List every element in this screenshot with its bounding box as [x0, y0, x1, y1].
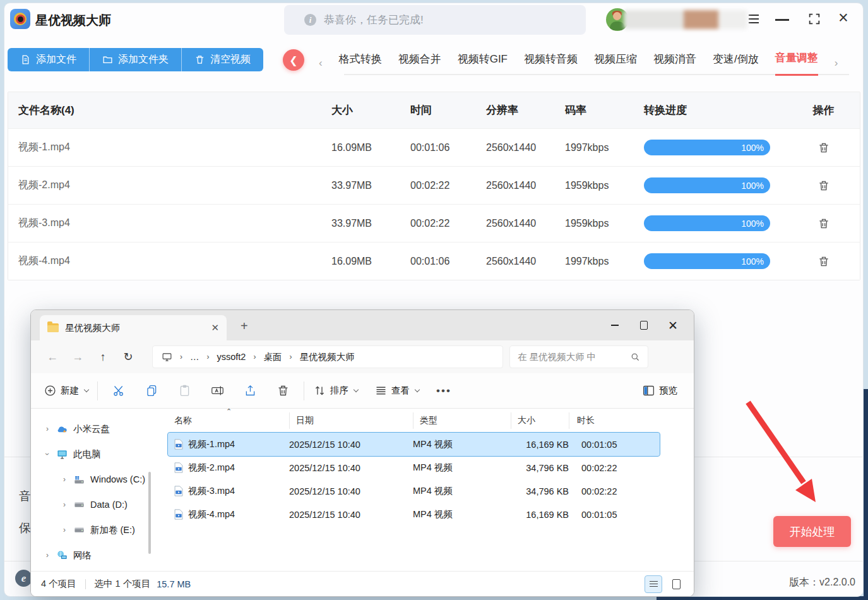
tab-speed-reverse[interactable]: 变速/倒放	[713, 52, 759, 75]
sidebar-item-windows-c[interactable]: › Windows (C:)	[31, 467, 148, 492]
cut-button[interactable]	[107, 384, 131, 397]
copy-button[interactable]	[140, 384, 163, 397]
add-folder-button[interactable]: 添加文件夹	[89, 48, 181, 71]
explorer-maximize-button[interactable]	[629, 310, 658, 340]
this-pc-icon	[162, 352, 172, 363]
explorer-search-box[interactable]: 在 星优视频大师 中	[509, 345, 648, 368]
file-row-selected[interactable]: 视频-1.mp4 2025/12/15 10:40 MP4 视频 16,169 …	[168, 433, 660, 456]
share-button[interactable]	[238, 384, 262, 397]
rename-button[interactable]	[205, 384, 229, 397]
details-view-toggle[interactable]	[645, 575, 662, 593]
tab-video-compress[interactable]: 视频压缩	[594, 52, 637, 75]
preview-button[interactable]: 预览	[642, 384, 677, 397]
delete-row-button[interactable]	[817, 217, 830, 230]
trash-icon	[276, 384, 290, 397]
paste-button[interactable]	[172, 384, 196, 397]
view-button[interactable]: 查看	[374, 384, 419, 397]
expand-chevron-icon[interactable]: ›	[61, 525, 68, 534]
maximize-button[interactable]	[807, 12, 821, 28]
file-row[interactable]: 视频-4.mp4 2025/12/15 10:40 MP4 视频 16,169 …	[168, 503, 660, 526]
notification-text: 恭喜你，任务已完成!	[324, 13, 424, 27]
progress-cell: 100%	[644, 177, 787, 193]
thumbnail-view-icon	[672, 579, 681, 589]
chevron-left-icon[interactable]: ‹	[319, 57, 323, 69]
delete-button[interactable]	[271, 384, 295, 397]
sidebar-item-cloud[interactable]: › 小米云盘	[31, 416, 148, 441]
sidebar-item-this-pc[interactable]: › 此电脑	[31, 441, 148, 467]
search-icon	[631, 352, 640, 362]
tab-scroll-left-button[interactable]: ❮	[283, 49, 304, 71]
start-processing-button[interactable]: 开始处理	[773, 516, 851, 547]
back-icon[interactable]: ←	[40, 351, 65, 364]
tab-volume-adjust[interactable]: 音量调整	[775, 51, 818, 76]
sort-button[interactable]: 排序	[313, 384, 358, 397]
tab-format-convert[interactable]: 格式转换	[339, 52, 382, 75]
breadcrumb-ellipsis[interactable]: …	[190, 352, 199, 362]
expand-chevron-icon[interactable]: ›	[44, 424, 51, 433]
column-date[interactable]: 日期	[289, 412, 413, 429]
close-button[interactable]: ×	[838, 8, 848, 28]
delete-row-button[interactable]	[817, 141, 830, 154]
tab-video-to-audio[interactable]: 视频转音频	[524, 52, 578, 75]
chevron-right-icon: ›	[180, 352, 182, 361]
explorer-close-button[interactable]: ✕	[658, 310, 687, 340]
explorer-tab[interactable]: 星优视频大师 ✕	[40, 315, 227, 340]
selected-size: 15.7 MB	[157, 579, 191, 589]
delete-row-button[interactable]	[817, 255, 830, 268]
up-icon[interactable]: ↑	[90, 351, 116, 364]
file-name: 视频-3.mp4	[8, 217, 331, 230]
clear-videos-button[interactable]: 清空视频	[181, 48, 263, 71]
breadcrumb-folder[interactable]: 星优视频大师	[299, 351, 354, 363]
more-options-button[interactable]: •••	[432, 385, 456, 397]
col-bitrate: 码率	[565, 103, 644, 117]
view-icon	[374, 384, 388, 397]
mp4-file-icon	[174, 509, 183, 520]
sidebar-item-new-volume-e[interactable]: › 新加卷 (E:)	[31, 517, 148, 543]
column-type[interactable]: 类型	[413, 412, 511, 429]
column-size[interactable]: 大小	[511, 412, 569, 429]
menu-icon[interactable]	[749, 15, 759, 26]
explorer-minimize-button[interactable]	[600, 310, 629, 340]
minimize-button[interactable]	[775, 19, 789, 21]
expand-chevron-icon[interactable]: ›	[61, 500, 68, 509]
file-resolution: 2560x1440	[486, 218, 565, 229]
this-pc-icon	[56, 448, 68, 460]
table-row: 视频-1.mp4 16.09MB 00:01:06 2560x1440 1997…	[8, 128, 860, 166]
tab-video-merge[interactable]: 视频合并	[398, 52, 441, 75]
tab-close-icon[interactable]: ✕	[211, 322, 219, 333]
column-duration[interactable]: 时长	[569, 412, 651, 429]
collapse-chevron-icon[interactable]: ›	[43, 450, 52, 458]
clipped-settings-label: 保	[19, 520, 31, 536]
explorer-status-bar: 4 个项目 选中 1 个项目 15.7 MB	[31, 571, 694, 596]
breadcrumb-desktop[interactable]: 桌面	[263, 351, 282, 363]
list-view-icon	[650, 579, 658, 589]
refresh-icon[interactable]: ↻	[116, 350, 141, 364]
file-actions: 添加文件 添加文件夹 清空视频	[8, 48, 263, 71]
progress-cell: 100%	[644, 253, 787, 269]
new-tab-button[interactable]: +	[241, 319, 248, 333]
sidebar-item-network[interactable]: › 网络	[31, 543, 148, 568]
file-size: 33.97MB	[331, 218, 410, 229]
forward-icon[interactable]: →	[65, 351, 90, 364]
tab-video-to-gif[interactable]: 视频转GIF	[458, 52, 508, 75]
breadcrumb[interactable]: › … › yssoft2 › 桌面 › 星优视频大师	[152, 345, 503, 368]
breadcrumb-user[interactable]: yssoft2	[217, 352, 246, 362]
explorer-titlebar[interactable]: 星优视频大师 ✕ + ✕	[31, 310, 694, 340]
explorer-body: › 小米云盘 › 此电脑 › Windows (C:) › Data (D:)	[31, 409, 694, 571]
thumbnail-view-toggle[interactable]	[667, 575, 685, 593]
windows-drive-icon	[73, 474, 85, 486]
sidebar-item-data-d[interactable]: › Data (D:)	[31, 492, 148, 517]
chevron-right-icon[interactable]: ›	[835, 57, 838, 69]
chevron-right-icon: ›	[289, 352, 292, 361]
file-row[interactable]: 视频-3.mp4 2025/12/15 10:40 MP4 视频 34,796 …	[168, 479, 660, 503]
tab-video-mute[interactable]: 视频消音	[653, 52, 696, 75]
expand-chevron-icon[interactable]: ›	[61, 475, 68, 484]
feature-tabs: ‹ 格式转换 视频合并 视频转GIF 视频转音频 视频压缩 视频消音 变速/倒放…	[319, 51, 838, 76]
add-file-button[interactable]: 添加文件	[8, 48, 89, 71]
file-row[interactable]: 视频-2.mp4 2025/12/15 10:40 MP4 视频 34,796 …	[168, 456, 660, 479]
delete-row-button[interactable]	[817, 179, 830, 192]
sidebar-scrollbar[interactable]	[148, 472, 151, 554]
col-time: 时间	[410, 103, 486, 117]
new-button[interactable]: 新建	[44, 384, 88, 397]
expand-chevron-icon[interactable]: ›	[44, 551, 51, 560]
